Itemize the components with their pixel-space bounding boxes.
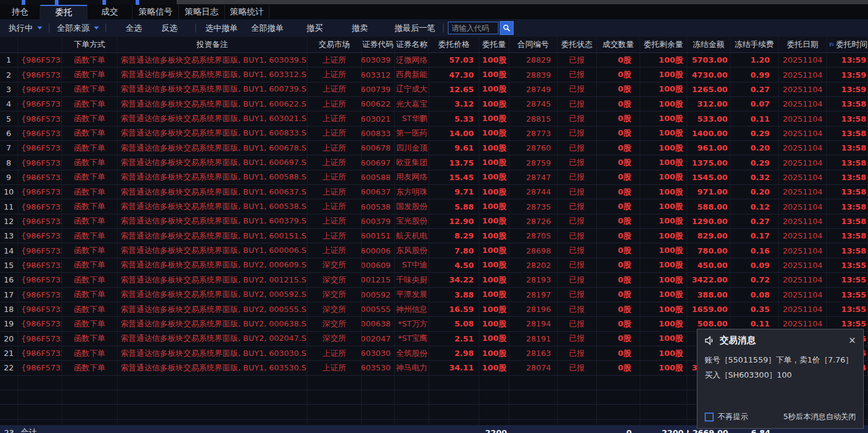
table-row[interactable]: 3{986F5732-08函数下单索普通达信多板块交易系统界面版, BUY1, … [0, 83, 868, 97]
remark: 索普通达信多板块交易系统界面版, BUY2, 000609.SZ, buy [118, 258, 307, 272]
table-row[interactable]: 12{986F5732-08函数下单索普通达信多板块交易系统界面版, BUY1,… [0, 214, 868, 229]
market: 上证所 [307, 361, 362, 375]
stock-name: *ST宝鹰 [395, 332, 429, 346]
table-row[interactable]: 15{986F5732-08函数下单索普通达信多板块交易系统界面版, BUY2,… [0, 258, 868, 273]
order-status[interactable]: 委托状态 [558, 37, 597, 52]
order-id: {986F5732-08 [18, 332, 62, 346]
order-status [558, 405, 597, 419]
chevron-down-icon [94, 26, 99, 30]
frozen-amount: 1545.00 [687, 170, 731, 184]
stock-name: 神马电力 [395, 361, 429, 375]
source-filter-dropdown[interactable]: 全部来源 [57, 23, 90, 34]
remark[interactable]: 投资备注 [118, 37, 307, 52]
order-date: 20251104 [779, 243, 827, 257]
remaining-qty[interactable]: 委托剩余量 [640, 37, 687, 52]
table-row[interactable]: 13{986F5732-08函数下单索普通达信多板块交易系统界面版, BUY1,… [0, 229, 868, 243]
order-date[interactable]: 委托日期 [779, 37, 827, 52]
order-time: 13:59 [827, 83, 868, 96]
tab-strategy-signals[interactable]: 策略信号 [133, 5, 179, 19]
row-index: 21 [0, 346, 18, 360]
stock-name: 全筑股份 [395, 346, 429, 360]
contract-no[interactable]: 合同编号 [509, 37, 558, 52]
tab-orders[interactable]: 委托 [40, 5, 87, 19]
order-method[interactable]: 下单方式 [62, 37, 118, 52]
frozen-amount[interactable]: 冻结金额 [687, 37, 731, 52]
table-row[interactable]: 9{986F5732-08函数下单索普通达信多板块交易系统界面版, BUY1, … [0, 170, 868, 185]
cancel-selected-button[interactable]: 选中撤单 [206, 23, 238, 34]
table-row[interactable]: 1{986F5732-08函数下单索普通达信多板块交易系统界面版, BUY1, … [0, 53, 868, 67]
table-row[interactable]: 5{986F5732-08函数下单索普通达信多板块交易系统界面版, BUY1, … [0, 111, 868, 126]
stock-name: 东方明珠 [395, 185, 429, 199]
row-index [0, 405, 18, 419]
top-tick [22, 0, 25, 5]
filled-qty[interactable]: 成交数量 [597, 37, 640, 52]
order-status: 已报 [558, 214, 597, 228]
market: 上证所 [307, 155, 362, 169]
row-index[interactable] [0, 37, 18, 52]
tab-strategy-stats[interactable]: 策略统计 [225, 5, 269, 19]
order-time[interactable]: 委托时间 [827, 37, 868, 52]
invert-select-button[interactable]: 反选 [162, 23, 178, 34]
frozen-fee[interactable]: 冻结手续费 [731, 37, 779, 52]
stock-code[interactable]: 证券代码 [362, 37, 395, 52]
order-id: 合计 [18, 425, 62, 433]
table-row[interactable]: 8{986F5732-08函数下单索普通达信多板块交易系统界面版, BUY1, … [0, 155, 868, 170]
remark [118, 390, 307, 404]
contract-no [509, 390, 558, 404]
order-status: 已报 [558, 346, 597, 360]
table-row[interactable]: 14{986F5732-08函数下单索普通达信多板块交易系统界面版, BUY1,… [0, 243, 868, 258]
contract-no [509, 425, 558, 433]
order-id: {986F5732-08 [18, 126, 62, 140]
remaining-qty: 100股 [640, 67, 687, 81]
contract-no: 28197 [509, 288, 558, 302]
select-all-button[interactable]: 全选 [126, 23, 142, 34]
tab-strategy-log[interactable]: 策略日志 [179, 5, 225, 19]
market: 深交所 [307, 302, 362, 316]
tab-positions[interactable]: 持仓 [0, 5, 40, 19]
order-method [62, 405, 118, 419]
market: 深交所 [307, 317, 362, 331]
remark: 索普通达信多板块交易系统界面版, BUY1, 600588.SH, buy [118, 170, 307, 184]
contract-no [509, 376, 558, 390]
order-qty[interactable]: 委托量 [479, 37, 509, 52]
status-filter-dropdown[interactable]: 执行中 [8, 23, 33, 34]
cancel-sell-button[interactable]: 撤卖 [352, 23, 368, 34]
table-row[interactable]: 17{986F5732-08函数下单索普通达信多板块交易系统界面版, BUY2,… [0, 288, 868, 302]
order-price[interactable]: 委托价格 [429, 37, 479, 52]
frozen-amount: 450.00 [687, 258, 731, 272]
table-row[interactable]: 7{986F5732-08函数下单索普通达信多板块交易系统界面版, BUY1, … [0, 141, 868, 155]
filled-qty [597, 376, 640, 390]
market: 上证所 [307, 185, 362, 199]
cancel-all-button[interactable]: 全部撤单 [251, 23, 284, 34]
popup-footer: 不再提示 5秒后本消息自动关闭 [697, 412, 863, 428]
order-qty: 100股 [479, 67, 509, 81]
tab-trades[interactable]: 成交 [87, 5, 133, 19]
table-row[interactable]: 10{986F5732-08函数下单索普通达信多板块交易系统界面版, BUY1,… [0, 185, 868, 199]
dismiss-checkbox[interactable] [705, 413, 714, 422]
table-row[interactable]: 6{986F5732-08函数下单索普通达信多板块交易系统界面版, BUY1, … [0, 126, 868, 141]
order-price: 16.59 [429, 302, 479, 316]
market[interactable]: 交易市场 [307, 37, 362, 52]
table-row[interactable]: 2{986F5732-08函数下单索普通达信多板块交易系统界面版, BUY1, … [0, 67, 868, 82]
table-row[interactable]: 18{986F5732-08函数下单索普通达信多板块交易系统界面版, BUY2,… [0, 302, 868, 317]
stock-name[interactable]: 证券名称 [395, 37, 429, 52]
order-price: 9.71 [429, 185, 479, 199]
order-qty: 100股 [479, 111, 509, 125]
order-id[interactable] [18, 37, 62, 52]
frozen-amount: 780.00 [687, 243, 731, 257]
remark: 索普通达信多板块交易系统界面版, BUY1, 600622.SH, buy [118, 97, 307, 111]
table-row[interactable]: 16{986F5732-08函数下单索普通达信多板块交易系统界面版, BUY2,… [0, 273, 868, 287]
row-index: 1 [0, 53, 18, 67]
table-row[interactable]: 11{986F5732-08函数下单索普通达信多板块交易系统界面版, BUY1,… [0, 199, 868, 214]
table-row[interactable]: 4{986F5732-08函数下单索普通达信多板块交易系统界面版, BUY1, … [0, 97, 868, 111]
order-method [62, 376, 118, 390]
frozen-fee: 0.20 [731, 141, 779, 155]
cancel-last-button[interactable]: 撤最后一笔 [395, 23, 436, 34]
order-method: 函数下单 [62, 317, 118, 331]
remaining-qty: 100股 [640, 332, 687, 346]
cancel-buy-button[interactable]: 撤买 [307, 23, 323, 34]
code-search-input[interactable] [448, 22, 498, 34]
search-button[interactable] [500, 21, 514, 35]
stock-code: 603030 [362, 346, 395, 360]
close-icon[interactable]: × [848, 335, 856, 346]
